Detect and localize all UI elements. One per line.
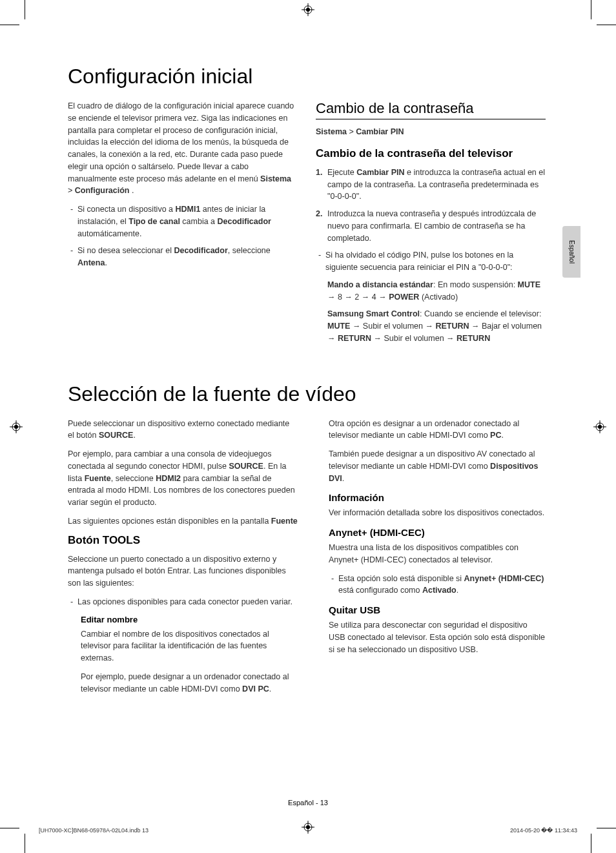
tools-heading: Botón TOOLS bbox=[68, 534, 298, 547]
tools-intro: Seleccione un puerto conectado a un disp… bbox=[68, 553, 298, 590]
breadcrumb: Sistema > Cambiar PIN bbox=[316, 126, 546, 138]
pc-option: Otra opción es designar a un ordenador c… bbox=[316, 418, 546, 442]
dvi-option: También puede designar a un dispositivo … bbox=[316, 448, 546, 484]
section2-right-col: Otra opción es designar a un ordenador c… bbox=[316, 418, 546, 702]
password-tv-heading: Cambio de la contraseña del televisor bbox=[316, 147, 546, 160]
registration-mark-icon bbox=[10, 420, 23, 433]
step-1: 1. Ejecute Cambiar PIN e introduzca la c… bbox=[316, 167, 546, 203]
info-desc: Ver información detallada sobre los disp… bbox=[316, 507, 546, 519]
registration-mark-icon bbox=[302, 3, 314, 16]
language-tab: Español bbox=[562, 226, 580, 278]
section1-title: Configuración inicial bbox=[68, 65, 546, 88]
page-number: Español - 13 bbox=[288, 799, 328, 807]
source-example: Por ejemplo, para cambiar a una consola … bbox=[68, 448, 298, 509]
remove-usb-heading: Quitar USB bbox=[316, 604, 546, 615]
registration-mark-icon bbox=[302, 821, 314, 834]
bullet-forgot-pin: - Si ha olvidado el código PIN, pulse lo… bbox=[316, 249, 546, 274]
bullet-antena: - Si no desea seleccionar el Decodificad… bbox=[68, 245, 298, 269]
bullet-hdmi1: - Si conecta un dispositivo a HDMI1 ante… bbox=[68, 203, 298, 240]
crop-mark bbox=[0, 25, 19, 25]
footer-timestamp: 2014-05-20 �� 11:34:43 bbox=[510, 827, 577, 834]
anynet-heading: Anynet+ (HDMI-CEC) bbox=[316, 527, 546, 538]
info-heading: Información bbox=[316, 492, 546, 503]
password-heading: Cambio de la contraseña bbox=[316, 100, 546, 119]
crop-mark bbox=[597, 828, 616, 828]
crop-mark bbox=[597, 25, 616, 25]
remote-standard: Mando a distancia estándar: En modo susp… bbox=[327, 279, 546, 303]
crop-mark bbox=[591, 0, 591, 19]
bullet-options-vary: - Las opciones disponibles para cada con… bbox=[68, 596, 298, 608]
anynet-desc: Muestra una lista de los dispositivos co… bbox=[316, 542, 546, 566]
source-intro: Puede seleccionar un dispositivo externo… bbox=[68, 418, 298, 442]
smart-control: Samsung Smart Control: Cuando se enciend… bbox=[327, 308, 546, 344]
page-content: Configuración inicial El cuadro de diálo… bbox=[68, 65, 546, 701]
registration-mark-icon bbox=[593, 420, 606, 433]
crop-mark bbox=[591, 834, 591, 853]
section2-title: Selección de la fuente de vídeo bbox=[68, 382, 546, 406]
remove-usb-desc: Se utiliza para desconectar con segurida… bbox=[316, 619, 546, 655]
bullet-anynet-avail: - Esta opción solo está disponible si An… bbox=[316, 573, 546, 597]
section1-left-col: El cuadro de diálogo de la configuración… bbox=[68, 100, 298, 350]
crop-mark bbox=[0, 828, 19, 828]
intro-paragraph: El cuadro de diálogo de la configuración… bbox=[68, 100, 298, 197]
step-2: 2. Introduzca la nueva contraseña y desp… bbox=[316, 208, 546, 244]
crop-mark bbox=[25, 0, 25, 19]
section2-left-col: Puede seleccionar un dispositivo externo… bbox=[68, 418, 298, 702]
edit-name-desc: Cambiar el nombre de los dispositivos co… bbox=[68, 628, 298, 664]
crop-mark bbox=[25, 834, 25, 853]
edit-name-example: Por ejemplo, puede designar a un ordenad… bbox=[68, 671, 298, 695]
section1-right-col: Cambio de la contraseña Sistema > Cambia… bbox=[316, 100, 546, 350]
edit-name-heading: Editar nombre bbox=[81, 615, 298, 624]
source-options: Las siguientes opciones están disponible… bbox=[68, 515, 298, 528]
footer-filename: [UH7000-XC]BN68-05978A-02L04.indb 13 bbox=[39, 827, 149, 834]
